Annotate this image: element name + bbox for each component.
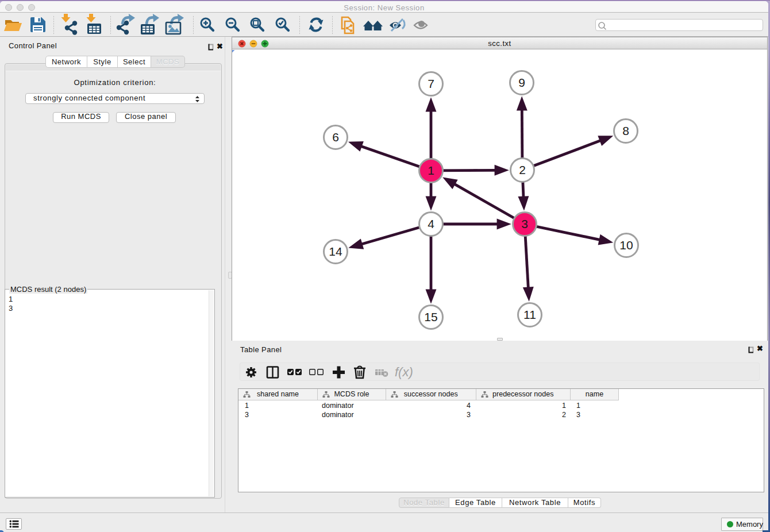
svg-text:14: 14 [329,245,342,258]
svg-text:9: 9 [518,76,525,89]
svg-text:15: 15 [424,310,437,323]
svg-text:8: 8 [622,124,629,137]
svg-text:4: 4 [428,217,434,230]
svg-text:f(x): f(x) [395,365,413,379]
svg-text:3: 3 [521,217,528,230]
svg-text:1: 1 [428,164,434,177]
svg-text:2: 2 [519,163,526,176]
svg-text:11: 11 [523,308,536,321]
svg-text:7: 7 [428,77,434,90]
svg-text:6: 6 [332,130,339,144]
svg-text:10: 10 [619,238,633,252]
